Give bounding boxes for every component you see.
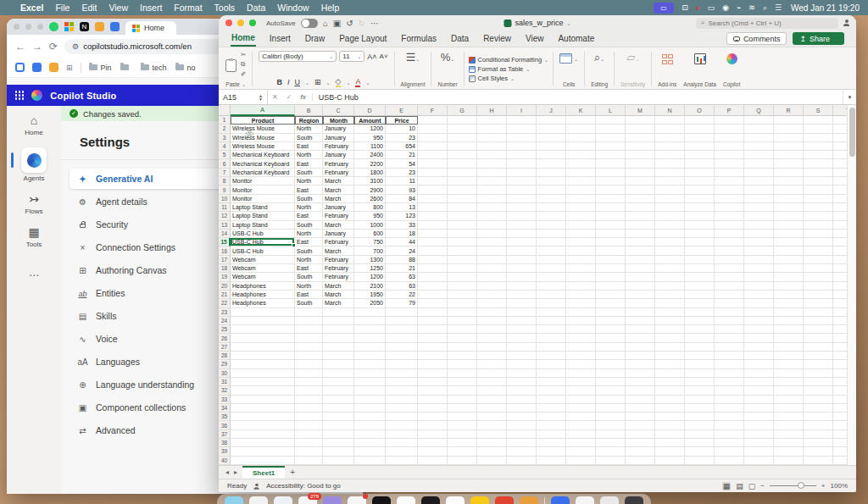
row-header-8[interactable]: 8 (219, 177, 231, 186)
cell-C5[interactable]: January (323, 151, 354, 159)
cell-K34[interactable] (566, 404, 596, 413)
cell-Q24[interactable] (744, 317, 774, 325)
cell-B19[interactable]: South (295, 273, 323, 281)
row-header-28[interactable]: 28 (219, 352, 231, 360)
cell-T11[interactable] (833, 203, 847, 212)
cell-T2[interactable] (833, 125, 847, 133)
cell-B11[interactable]: North (295, 203, 323, 212)
cell-G15[interactable] (448, 238, 477, 246)
cell-R14[interactable] (774, 230, 804, 238)
cell-C7[interactable]: February (323, 169, 354, 177)
cell-J33[interactable] (537, 396, 566, 404)
cell-A15[interactable]: USB-C Hub (231, 238, 295, 246)
cell-O13[interactable] (685, 221, 715, 230)
cell-K30[interactable] (566, 369, 596, 378)
cell-I13[interactable] (507, 221, 537, 230)
cell-L25[interactable] (596, 325, 626, 334)
cell-A4[interactable]: Wireless Mouse (231, 142, 295, 151)
cell-N40[interactable] (655, 457, 685, 465)
cell-A9[interactable]: Monitor (231, 186, 295, 194)
cell-B36[interactable] (295, 421, 323, 429)
cell-K13[interactable] (566, 221, 596, 230)
column-header-L[interactable]: L (596, 105, 626, 116)
cell-P5[interactable] (715, 151, 744, 159)
cell-L22[interactable] (596, 299, 626, 307)
cell-B24[interactable] (295, 317, 323, 325)
cell-S11[interactable] (804, 203, 833, 212)
cell-N22[interactable] (655, 299, 685, 307)
cell-M19[interactable] (626, 273, 655, 281)
cell-D39[interactable] (354, 447, 386, 456)
cell-M7[interactable] (626, 169, 655, 177)
cell-J17[interactable] (537, 256, 566, 264)
cell-F30[interactable] (418, 369, 448, 378)
cell-T33[interactable] (833, 396, 847, 404)
dock-app-icon[interactable] (470, 496, 489, 504)
cell-M3[interactable] (626, 134, 655, 142)
cell-H3[interactable] (477, 134, 507, 142)
cell-Q12[interactable] (744, 212, 774, 220)
cell-R18[interactable] (774, 264, 804, 273)
cell-J22[interactable] (537, 299, 566, 307)
cell-F11[interactable] (418, 203, 448, 212)
cell-A6[interactable]: Mechanical Keyboard (231, 159, 295, 168)
cell-R29[interactable] (774, 360, 804, 368)
cell-L35[interactable] (596, 413, 626, 421)
cell-J4[interactable] (537, 142, 566, 151)
column-header-B[interactable]: B (295, 105, 323, 116)
cell-P30[interactable] (715, 369, 744, 378)
cell-G8[interactable] (448, 177, 477, 186)
cell-F20[interactable] (418, 282, 448, 291)
cell-N16[interactable] (655, 246, 685, 255)
cell-P11[interactable] (715, 203, 744, 212)
cell-N35[interactable] (655, 413, 685, 421)
cell-E19[interactable]: 63 (386, 273, 418, 281)
scrollbar-thumb[interactable] (849, 108, 855, 157)
cell-Q8[interactable] (744, 177, 774, 186)
cell-L6[interactable] (596, 159, 626, 168)
apps-grid-icon[interactable]: ⊞ (66, 64, 73, 72)
reload-icon[interactable]: ⟳ (49, 41, 58, 53)
cell-Q14[interactable] (744, 230, 774, 238)
row-header-1[interactable]: 1 (219, 116, 231, 125)
cell-I11[interactable] (507, 203, 537, 212)
cell-F24[interactable] (418, 317, 448, 325)
cell-O3[interactable] (685, 134, 715, 142)
cell-N19[interactable] (655, 273, 685, 281)
cell-S6[interactable] (804, 159, 833, 168)
cell-F34[interactable] (418, 404, 448, 413)
cell-L23[interactable] (596, 308, 626, 317)
cell-K28[interactable] (566, 352, 596, 360)
cell-J38[interactable] (537, 439, 566, 447)
alignment-group[interactable]: ☰⌄ Alignment (399, 50, 427, 88)
cell-G32[interactable] (448, 386, 477, 395)
cell-F27[interactable] (418, 343, 448, 352)
cell-F10[interactable] (418, 195, 448, 203)
cell-N11[interactable] (655, 203, 685, 212)
cell-B21[interactable]: East (295, 291, 323, 299)
cell-S2[interactable] (804, 125, 833, 133)
cell-O16[interactable] (685, 246, 715, 255)
cell-O6[interactable] (685, 159, 715, 168)
window-close-button[interactable] (225, 19, 232, 26)
cell-L2[interactable] (596, 125, 626, 133)
column-header-R[interactable]: R (774, 105, 804, 116)
cell-A10[interactable]: Monitor (231, 195, 295, 203)
cell-R24[interactable] (774, 317, 804, 325)
cell-M31[interactable] (626, 378, 655, 386)
cell-O39[interactable] (685, 447, 715, 456)
cell-T12[interactable] (833, 212, 847, 220)
cell-K18[interactable] (566, 264, 596, 273)
cell-G5[interactable] (448, 151, 477, 159)
cell-R27[interactable] (774, 343, 804, 352)
cell-T24[interactable] (833, 317, 847, 325)
cell-G24[interactable] (448, 317, 477, 325)
cell-K24[interactable] (566, 317, 596, 325)
cell-G9[interactable] (448, 186, 477, 194)
cell-F12[interactable] (418, 212, 448, 220)
cell-M33[interactable] (626, 396, 655, 404)
cell-M39[interactable] (626, 447, 655, 456)
cell-A35[interactable] (231, 413, 295, 421)
whatsapp-icon[interactable] (49, 22, 58, 31)
cell-H22[interactable] (477, 299, 507, 307)
